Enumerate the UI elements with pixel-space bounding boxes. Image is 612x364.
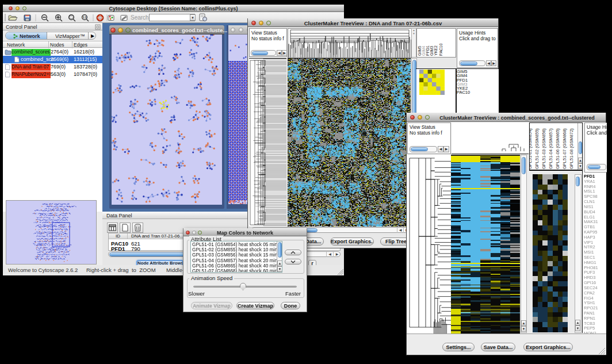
svg-text:1:1: 1:1 [82,16,86,19]
